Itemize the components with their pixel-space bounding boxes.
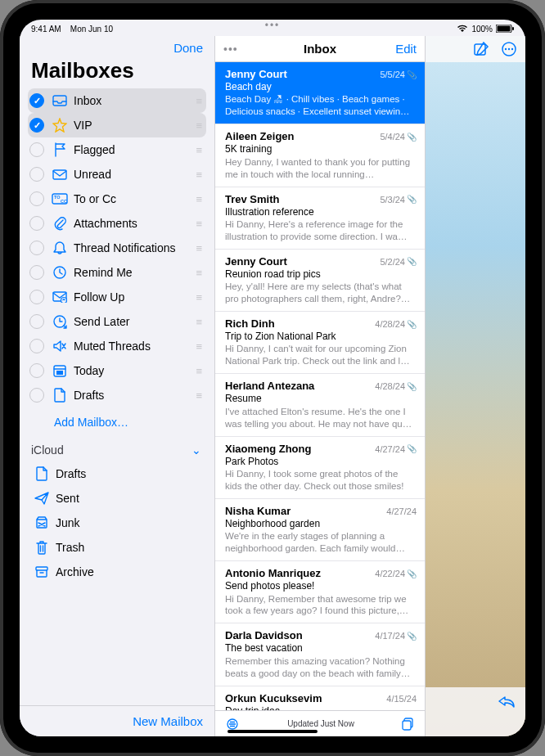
message-row[interactable]: Nisha Kumar4/27/24Neighborhood gardenWe'… <box>215 499 425 561</box>
checkbox-icon[interactable] <box>29 241 44 255</box>
attachment-icon: 📎 <box>407 70 417 79</box>
done-button[interactable]: Done <box>173 41 203 55</box>
sidebar-item-to-or-cc[interactable]: TOCCTo or Cc≡ <box>28 187 206 211</box>
message-sender: Darla Davidson <box>225 629 303 641</box>
checkbox-icon[interactable] <box>29 290 44 304</box>
drag-handle-icon[interactable]: ≡ <box>196 95 201 107</box>
archive-icon <box>33 566 51 578</box>
checkbox-icon[interactable] <box>29 363 44 378</box>
status-date: Mon Jun 10 <box>70 25 113 34</box>
drag-handle-icon[interactable]: ≡ <box>196 144 201 156</box>
drag-handle-icon[interactable]: ≡ <box>196 267 201 279</box>
checkbox-icon[interactable] <box>29 191 44 206</box>
message-preview: Hi Danny, I can't wait for our upcoming … <box>225 343 417 367</box>
sidebar-item-attachments[interactable]: Attachments≡ <box>28 211 206 236</box>
add-mailbox-button[interactable]: Add Mailbox… <box>28 407 206 439</box>
message-row[interactable]: Darla Davidson4/17/24 📎The best vacation… <box>215 623 425 686</box>
sidebar-item-drafts[interactable]: Drafts≡ <box>28 383 206 407</box>
sidebar-item-vip[interactable]: VIP≡ <box>28 113 206 137</box>
message-row[interactable]: Rich Dinh4/28/24 📎Trip to Zion National … <box>215 312 425 374</box>
checkbox-icon[interactable] <box>29 142 44 157</box>
sidebar-item-flagged[interactable]: Flagged≡ <box>28 137 206 162</box>
attachment-icon: 📎 <box>407 569 417 578</box>
attachment-icon: 📎 <box>407 320 417 329</box>
message-row[interactable]: Jenny Court5/2/24 📎Reunion road trip pic… <box>215 250 425 312</box>
message-row[interactable]: Herland Antezana4/28/24 📎ResumeI've atta… <box>215 374 425 436</box>
multitask-pill-icon[interactable]: ••• <box>265 20 281 31</box>
stack-icon[interactable] <box>402 718 415 731</box>
message-sender: Jenny Court <box>225 68 287 80</box>
message-preview: Beach Day 🏖 · Chill vibes · Beach games … <box>225 93 417 118</box>
attachment-icon: 📎 <box>407 133 417 142</box>
icloud-item-archive[interactable]: Archive <box>28 560 206 584</box>
message-date: 4/27/24 <box>386 506 417 516</box>
drag-handle-icon[interactable]: ≡ <box>196 119 201 132</box>
icloud-section-header[interactable]: iCloud⌄ <box>28 439 206 461</box>
drag-handle-icon[interactable]: ≡ <box>196 242 201 254</box>
more-circle-icon[interactable] <box>501 41 517 57</box>
sidebar-item-follow-up[interactable]: Follow Up≡ <box>28 285 206 309</box>
svg-rect-19 <box>475 44 485 55</box>
drag-handle-icon[interactable]: ≡ <box>196 218 201 230</box>
icloud-item-drafts[interactable]: Drafts <box>28 461 206 486</box>
checkbox-icon[interactable] <box>29 167 44 182</box>
icloud-item-label: Junk <box>56 516 206 529</box>
message-row[interactable]: Jenny Court5/5/24 📎Beach dayBeach Day 🏖 … <box>215 62 425 124</box>
checkbox-icon[interactable] <box>29 339 44 353</box>
drag-handle-icon[interactable]: ≡ <box>196 316 201 328</box>
sidebar-item-thread-notifications[interactable]: Thread Notifications≡ <box>28 236 206 260</box>
reply-icon[interactable] <box>498 694 516 709</box>
overflow-icon[interactable]: ••• <box>223 43 238 56</box>
tocc-icon: TOCC <box>51 193 69 205</box>
message-row[interactable]: Aileen Zeigen5/4/24 📎5K trainingHey Dann… <box>215 124 425 187</box>
sidebar-item-send-later[interactable]: Send Later≡ <box>28 309 206 334</box>
drag-handle-icon[interactable]: ≡ <box>196 193 201 205</box>
drag-handle-icon[interactable]: ≡ <box>196 169 201 181</box>
message-row[interactable]: Antonio Manriquez4/22/24 📎Send photos pl… <box>215 561 425 623</box>
sidebar-item-inbox[interactable]: Inbox≡ <box>28 88 206 113</box>
sidebar-item-muted-threads[interactable]: Muted Threads≡ <box>28 334 206 358</box>
filter-icon[interactable] <box>225 718 240 730</box>
svg-point-23 <box>511 48 513 50</box>
drag-handle-icon[interactable]: ≡ <box>196 340 201 353</box>
checkbox-icon[interactable] <box>29 388 44 403</box>
message-preview: We're in the early stages of planning a … <box>225 530 417 555</box>
compose-icon[interactable] <box>473 41 489 57</box>
sidebar-item-remind-me[interactable]: Remind Me≡ <box>28 260 206 285</box>
sidebar-item-label: Today <box>74 364 196 377</box>
trash-icon <box>33 540 51 555</box>
attachment-icon: 📎 <box>407 382 417 391</box>
message-row[interactable]: Xiaomeng Zhong4/27/24 📎Park PhotosHi Dan… <box>215 437 425 499</box>
home-indicator[interactable] <box>227 730 318 733</box>
icloud-item-label: Drafts <box>56 467 206 480</box>
checkbox-icon[interactable] <box>29 93 44 108</box>
sidebar-item-today[interactable]: Today≡ <box>28 358 206 383</box>
battery-percent: 100% <box>471 25 493 34</box>
calendar-icon <box>51 364 69 377</box>
message-sender: Jenny Court <box>225 255 287 268</box>
drag-handle-icon[interactable]: ≡ <box>196 291 201 304</box>
message-subject: 5K training <box>225 143 417 155</box>
message-sender: Antonio Manriquez <box>225 567 321 579</box>
checkbox-icon[interactable] <box>29 118 44 133</box>
message-date: 4/28/24 📎 <box>375 381 417 391</box>
edit-button[interactable]: Edit <box>395 42 417 56</box>
drag-handle-icon[interactable]: ≡ <box>196 389 201 402</box>
checkbox-icon[interactable] <box>29 265 44 280</box>
message-subject: Neighborhood garden <box>225 518 417 529</box>
message-date: 4/22/24 📎 <box>375 569 417 578</box>
message-row[interactable]: Trev Smith5/3/24 📎Illustration reference… <box>215 187 425 250</box>
sidebar-item-unread[interactable]: Unread≡ <box>28 162 206 187</box>
icloud-item-junk[interactable]: Junk <box>28 511 206 535</box>
sidebar-item-label: Follow Up <box>74 290 196 304</box>
checkbox-icon[interactable] <box>29 216 44 231</box>
icloud-item-sent[interactable]: Sent <box>28 486 206 511</box>
message-row[interactable]: Orkun Kucuksevim4/15/24Day trip ideaHell… <box>215 686 425 710</box>
svg-rect-18 <box>403 721 411 730</box>
icloud-item-label: Archive <box>56 565 206 578</box>
drag-handle-icon[interactable]: ≡ <box>196 365 201 377</box>
svg-rect-15 <box>36 567 47 570</box>
checkbox-icon[interactable] <box>29 314 44 329</box>
icloud-item-trash[interactable]: Trash <box>28 535 206 560</box>
new-mailbox-button[interactable]: New Mailbox <box>133 714 203 728</box>
